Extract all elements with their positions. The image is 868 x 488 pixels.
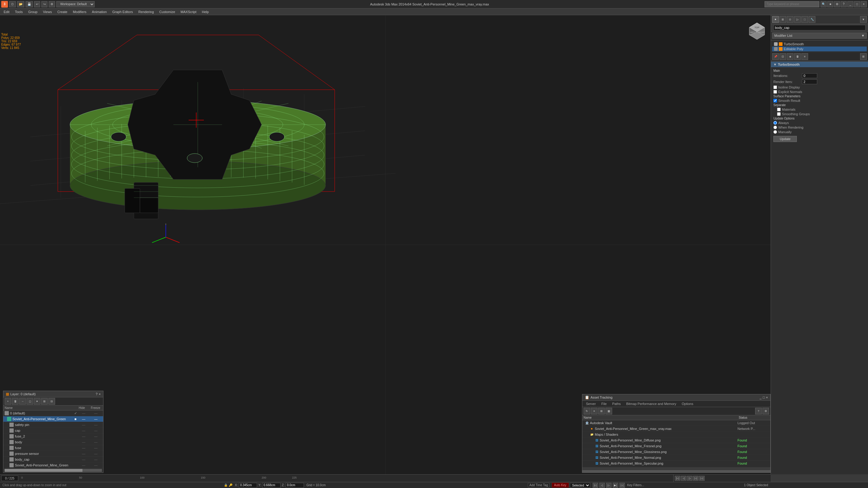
menu-help[interactable]: Help	[199, 9, 212, 14]
menu-animation[interactable]: Animation	[89, 9, 109, 14]
asset-detail-view-btn[interactable]: ▦	[606, 408, 612, 415]
update-button[interactable]: Update	[773, 136, 797, 142]
remove-modifier-btn[interactable]: 🗑	[794, 53, 801, 60]
menu-edit[interactable]: Edit	[1, 9, 12, 14]
layers-add-sel-btn[interactable]: →	[19, 398, 26, 405]
configure-mod-sets-btn[interactable]: ≡	[801, 53, 808, 60]
save-btn[interactable]: 💾	[26, 1, 33, 7]
layer-row-fuse2[interactable]: fuse_2 — —	[3, 433, 103, 440]
y-input[interactable]	[262, 483, 280, 488]
menu-group[interactable]: Group	[26, 9, 40, 14]
asset-paths-menu[interactable]: Paths	[610, 401, 623, 406]
layer-row-fuse[interactable]: fuse — —	[3, 445, 103, 451]
goto-start-btn[interactable]: |◁	[675, 476, 680, 481]
asset-bitmap-menu[interactable]: Bitmap Performance and Memory	[624, 401, 678, 406]
close-btn[interactable]: ×	[861, 1, 867, 7]
editable-poly-modifier[interactable]: Editable Poly	[772, 46, 867, 52]
menu-customize[interactable]: Customize	[157, 9, 178, 14]
new-btn[interactable]: 🗋	[9, 1, 16, 7]
play-btn[interactable]: ▷	[687, 476, 692, 481]
object-name-input[interactable]	[773, 25, 866, 30]
always-radio[interactable]	[773, 121, 777, 125]
layers-select-btn[interactable]: ◻	[27, 398, 33, 405]
layer-row-pressure[interactable]: pressure sensor — —	[3, 451, 103, 457]
render-settings-btn[interactable]: ⚙	[49, 1, 55, 7]
asset-refresh-btn[interactable]: ↻	[584, 408, 590, 415]
x-input[interactable]	[239, 483, 257, 488]
turbosymooth-header[interactable]: ▼ TurboSmooth	[771, 62, 868, 67]
open-btn[interactable]: 📂	[17, 1, 24, 7]
menu-rendering[interactable]: Rendering	[136, 9, 156, 14]
asset-row-maxfile[interactable]: ■ Soviet_Anti-Personnel_Mine_Green_max_v…	[582, 426, 770, 432]
asset-row-vault[interactable]: 🏦 Autodesk Vault Logged Out	[582, 420, 770, 426]
layer-row-safetypin[interactable]: safety pin — —	[3, 422, 103, 428]
layers-help-btn[interactable]: ?	[96, 392, 97, 396]
menu-maxscript[interactable]: MAXScript	[178, 9, 199, 14]
timeline-track[interactable]: 0 50 100 150 200 225	[18, 475, 771, 482]
status-play[interactable]: ▷	[606, 483, 612, 488]
asset-server-menu[interactable]: Server	[584, 401, 598, 406]
smooth-result-checkbox[interactable]	[773, 99, 777, 102]
layer-row-body[interactable]: body — —	[3, 440, 103, 445]
menu-graph-editors[interactable]: Graph Editors	[110, 9, 135, 14]
isoline-display-checkbox[interactable]	[773, 86, 777, 89]
layer-row-soviet2[interactable]: Soviet_Anti-Personnel_Mine_Green — —	[3, 462, 103, 468]
when-rendering-radio[interactable]	[773, 126, 777, 129]
goto-end-btn[interactable]: ▷|	[699, 476, 705, 481]
nav-cube[interactable]: TOP LEFT FRONT	[746, 18, 768, 39]
prev-frame-btn[interactable]: ◁	[681, 476, 686, 481]
z-input[interactable]	[286, 483, 304, 488]
layers-new-btn[interactable]: +	[5, 398, 11, 405]
asset-minimize-btn[interactable]: _	[760, 396, 762, 399]
asset-row-normal[interactable]: 🖼 Soviet_Anti-Personnel_Mine_Normal.png …	[582, 455, 770, 461]
asset-settings-btn[interactable]: ⚙	[763, 408, 769, 415]
bookmark-icon[interactable]: ★	[827, 1, 833, 7]
explicit-normals-checkbox[interactable]	[773, 90, 777, 94]
asset-file-menu[interactable]: File	[599, 401, 609, 406]
status-prev[interactable]: ◁	[599, 483, 605, 488]
materials-checkbox[interactable]	[777, 108, 781, 111]
search-input[interactable]	[765, 1, 819, 7]
status-goto-start[interactable]: |◁	[593, 483, 598, 488]
show-end-result-btn[interactable]: ⊡	[779, 53, 786, 60]
layer-row-default[interactable]: 0 (default) ✓ — —	[3, 411, 103, 416]
smoothing-groups-checkbox[interactable]	[777, 112, 781, 116]
modify-tab[interactable]: ⊞	[779, 16, 786, 23]
menu-views[interactable]: Views	[40, 9, 54, 14]
modifier-bulb[interactable]	[774, 42, 778, 46]
turbosymooth-modifier[interactable]: TurboSmooth	[772, 42, 867, 46]
frame-counter[interactable]	[1, 476, 18, 481]
manually-radio[interactable]	[773, 130, 777, 134]
status-next[interactable]: ▶|	[613, 483, 618, 488]
undo-btn[interactable]: ↩	[34, 1, 40, 7]
settings-icon[interactable]: ⚙	[834, 1, 840, 7]
panel-expand-btn[interactable]: ⊞	[860, 53, 867, 60]
display-tab[interactable]: □	[801, 16, 808, 23]
timeline[interactable]: 0 50 100 150 200 225	[0, 474, 771, 482]
asset-row-specular[interactable]: 🖼 Soviet_Anti-Personnel_Mine_Specular.pn…	[582, 461, 770, 466]
asset-row-maps-folder[interactable]: 📁 Maps / Shaders	[582, 432, 770, 437]
asset-tree-view-btn[interactable]: ⊞	[598, 408, 605, 415]
layers-delete-btn[interactable]: 🗑	[12, 398, 19, 405]
asset-row-glossiness[interactable]: 🖼 Soviet_Anti-Personnel_Mine_Glossiness.…	[582, 449, 770, 455]
layers-close-btn[interactable]: ×	[99, 392, 101, 396]
status-goto-end[interactable]: ▷|	[619, 483, 625, 488]
asset-help-btn[interactable]: ?	[755, 408, 762, 415]
redo-btn[interactable]: ↪	[41, 1, 48, 7]
search-icon[interactable]: 🔍	[820, 1, 827, 7]
layers-merge-btn[interactable]: ⊟	[49, 398, 55, 405]
make-unique-btn[interactable]: ◈	[787, 53, 794, 60]
create-tab[interactable]: ✦	[772, 16, 779, 23]
iterations-input[interactable]	[802, 73, 817, 78]
motion-tab[interactable]: ▷	[794, 16, 801, 23]
hierarchy-tab[interactable]: ⊙	[787, 16, 794, 23]
asset-list-view-btn[interactable]: ≡	[591, 408, 597, 415]
layers-highlight-btn[interactable]: ✦	[34, 398, 40, 405]
menu-modifiers[interactable]: Modifiers	[70, 9, 89, 14]
help-icon[interactable]: ?	[841, 1, 847, 7]
modifier-bulb2[interactable]	[774, 47, 778, 51]
render-iters-input[interactable]	[802, 79, 817, 84]
maximize-btn[interactable]: □	[854, 1, 860, 7]
key-filter-dropdown[interactable]: Selected	[570, 483, 590, 488]
layer-row-cap[interactable]: cap — —	[3, 428, 103, 433]
